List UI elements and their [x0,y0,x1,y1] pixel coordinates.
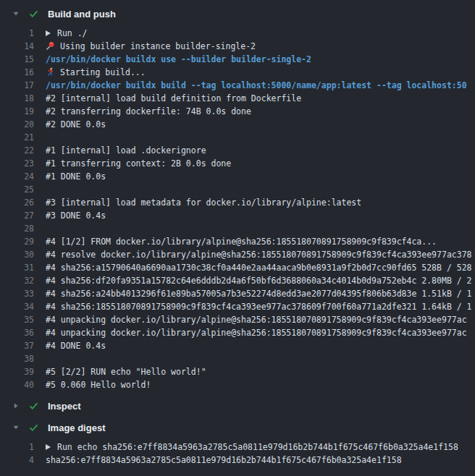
line-content: #5 0.060 Hello world! [46,378,475,391]
section-title: Build and push [48,9,116,20]
line-number[interactable]: 18 [0,92,34,105]
line-content: #4 sha256:a24bb4013296f61e89ba57005a7b3e… [46,287,475,300]
section-header[interactable]: Inspect [0,395,475,417]
section-header[interactable]: Build and push [0,3,475,25]
line-number[interactable]: 17 [0,79,34,92]
line-number[interactable]: 19 [0,105,34,118]
line-text: #2 DONE 0.0s [46,119,106,129]
log-section-build-and-push: Build and push 1 Run ./ 14 Using builder… [0,3,475,395]
line-content: sha256:e7ff8834a5963a2785c5a0811e979d16b… [46,454,475,467]
log-line: 4 sha256:e7ff8834a5963a2785c5a0811e979d1… [0,454,475,467]
line-text: #4 sha256:185518070891758909c9f839cf4ca3… [46,302,472,312]
line-number[interactable]: 37 [0,339,34,352]
run-marker-icon [46,444,51,450]
log-line: 26 #3 [internal] load metadata for docke… [0,196,475,209]
line-number[interactable]: 24 [0,170,34,183]
line-content: #4 unpacking docker.io/library/alpine@sh… [46,326,475,339]
log-section-image-digest: Image digest 1 Run echo sha256:e7ff8834a… [0,417,475,470]
line-number[interactable]: 30 [0,248,34,261]
line-number[interactable]: 27 [0,209,34,222]
line-content: #5 [2/2] RUN echo "Hello world!" [46,365,475,378]
section-lines: 1 Run echo sha256:e7ff8834a5963a2785c5a0… [0,438,475,470]
log-line: 1 Run echo sha256:e7ff8834a5963a2785c5a0… [0,441,475,454]
line-content: Using builder instance builder-single-2 [46,40,475,53]
line-number[interactable]: 28 [0,222,34,235]
line-text: #1 [internal] load .dockerignore [46,145,206,156]
line-number[interactable]: 38 [0,352,34,365]
line-content: /usr/bin/docker buildx build --tag local… [46,79,475,92]
line-number[interactable]: 34 [0,300,34,313]
line-number[interactable]: 14 [0,40,34,53]
line-number[interactable]: 22 [0,144,34,157]
line-number[interactable]: 16 [0,66,34,79]
line-text: #4 resolve docker.io/library/alpine@sha2… [46,250,472,260]
line-content: Run ./ [46,27,475,40]
line-text: #1 transferring context: 2B 0.0s done [46,158,231,169]
line-number[interactable]: 40 [0,378,34,391]
log-line: 16 Starting build... [0,66,475,79]
runner-icon [46,67,55,79]
chevron-down-icon [12,10,20,17]
log-line: 1 Run ./ [0,27,475,40]
line-text: #4 [1/2] FROM docker.io/library/alpine@s… [46,237,437,247]
log-line: 19 #2 transferring dockerfile: 74B 0.0s … [0,105,475,118]
line-content: #3 DONE 0.4s [46,209,475,222]
line-content [46,131,475,144]
line-number[interactable]: 29 [0,235,34,248]
line-content: #4 sha256:df20fa9351a15782c64e6dddb2d4a6… [46,274,475,287]
line-number[interactable]: 25 [0,183,34,196]
line-text: #5 [2/2] RUN echo "Hello world!" [46,367,206,377]
line-text: #4 unpacking docker.io/library/alpine@sh… [46,328,467,338]
line-content: #4 DONE 0.4s [46,339,475,352]
line-number[interactable]: 26 [0,196,34,209]
line-content: #3 [internal] load metadata for docker.i… [46,196,475,209]
line-number[interactable]: 36 [0,326,34,339]
line-text: #4 sha256:a15790640a6690aa1730c38cf0a440… [46,263,472,273]
line-content: #4 unpacking docker.io/library/alpine@sh… [46,313,475,326]
section-lines: 1 Run ./ 14 Using builder instance build… [0,25,475,395]
chevron-down-icon [12,424,20,431]
log-section-inspect: Inspect [0,395,475,417]
log-line: 28 [0,222,475,235]
line-content: /usr/bin/docker buildx use --builder bui… [46,53,475,66]
line-number[interactable]: 39 [0,365,34,378]
line-text: #4 sha256:df20fa9351a15782c64e6dddb2d4a6… [46,276,472,286]
line-text: Run ./ [57,28,88,38]
line-number[interactable]: 32 [0,274,34,287]
line-content: #2 transferring dockerfile: 74B 0.0s don… [46,105,475,118]
line-content: #2 DONE 0.0s [46,118,475,131]
line-number[interactable]: 1 [0,27,34,40]
line-content: #4 [1/2] FROM docker.io/library/alpine@s… [46,235,475,248]
line-text: #3 [internal] load metadata for docker.i… [46,197,361,208]
line-content: #2 [internal] load build definition from… [46,92,475,105]
line-content: #1 [internal] load .dockerignore [46,144,475,157]
line-number[interactable]: 23 [0,157,34,170]
line-number[interactable]: 35 [0,313,34,326]
line-text: #4 unpacking docker.io/library/alpine@sh… [46,315,467,325]
line-content: #4 sha256:185518070891758909c9f839cf4ca3… [46,300,475,313]
log-line: 14 Using builder instance builder-single… [0,40,475,53]
line-content: #4 resolve docker.io/library/alpine@sha2… [46,248,475,261]
line-text: #1 DONE 0.0s [46,171,106,182]
log-line: 34 #4 sha256:185518070891758909c9f839cf4… [0,300,475,313]
line-number[interactable]: 15 [0,53,34,66]
line-number[interactable]: 31 [0,261,34,274]
log-line: 40 #5 0.060 Hello world! [0,378,475,391]
line-number[interactable]: 1 [0,441,34,454]
line-text: sha256:e7ff8834a5963a2785c5a0811e979d16b… [46,455,402,465]
workflow-log-viewer: Build and push 1 Run ./ 14 Using builder… [0,0,475,470]
line-number[interactable]: 21 [0,131,34,144]
line-text: #3 DONE 0.4s [46,211,106,221]
line-number[interactable]: 20 [0,118,34,131]
line-content: #4 sha256:a15790640a6690aa1730c38cf0a440… [46,261,475,274]
log-line: 37 #4 DONE 0.4s [0,339,475,352]
log-line: 24 #1 DONE 0.0s [0,170,475,183]
section-header[interactable]: Image digest [0,417,475,438]
line-content: #1 DONE 0.0s [46,170,475,183]
log-line: 38 [0,352,475,365]
line-number[interactable]: 4 [0,454,34,467]
line-number[interactable]: 33 [0,287,34,300]
log-line: 35 #4 unpacking docker.io/library/alpine… [0,313,475,326]
pushpin-icon [46,41,55,53]
line-text: /usr/bin/docker buildx use --builder bui… [46,54,311,64]
